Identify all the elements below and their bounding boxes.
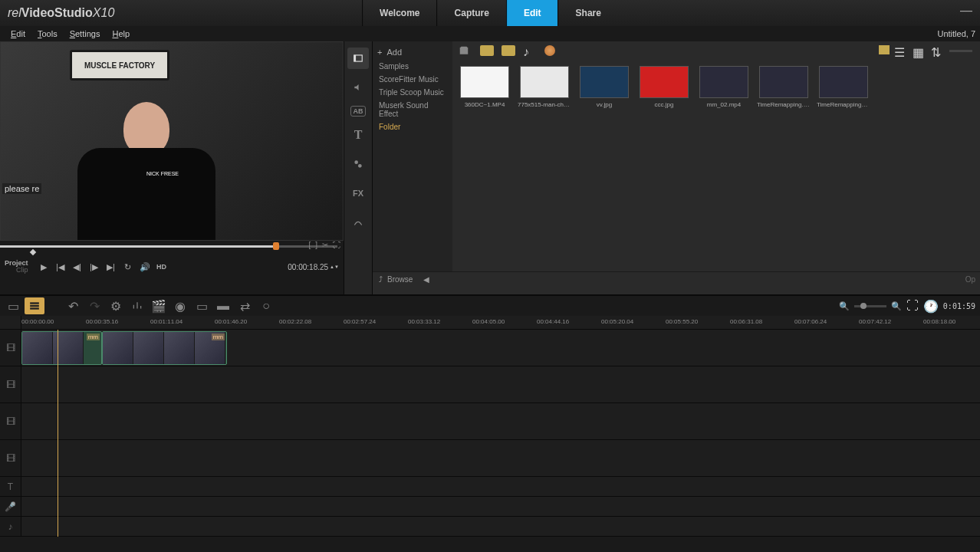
path-mode-button[interactable] — [347, 212, 369, 233]
preview-video[interactable]: MUSCLE FACTORY NICK FRESE please re — [0, 41, 344, 241]
loop-button[interactable]: ↻ — [120, 259, 136, 274]
tool4-button[interactable]: ◉ — [170, 297, 190, 314]
timeline-clip[interactable]: mm — [21, 331, 102, 365]
tool3-button[interactable]: 🎬 — [149, 297, 169, 314]
music-track-head[interactable]: ♪ — [0, 517, 21, 537]
end-button[interactable]: ▶| — [104, 259, 119, 274]
tool6-button[interactable]: ▬ — [213, 297, 233, 314]
preview-panel: MUSCLE FACTORY NICK FRESE please re [ ] … — [0, 41, 344, 294]
library-clip[interactable]: TimeRemapping.vsp — [759, 66, 808, 108]
library-clip[interactable]: TimeRemapping01.vsp — [819, 66, 868, 108]
scrub-handle[interactable] — [273, 242, 279, 250]
menu-settings[interactable]: Settings — [64, 28, 107, 40]
title-track[interactable] — [21, 477, 980, 497]
overlay-track[interactable] — [21, 366, 980, 403]
show-free-button[interactable] — [544, 45, 558, 56]
nav-item[interactable]: Folder — [373, 120, 452, 133]
minimize-button[interactable]: — — [960, 4, 972, 18]
transition-mode-button[interactable]: AB — [350, 106, 366, 117]
browse-button[interactable]: Browse — [387, 275, 413, 284]
mode-label[interactable]: Project Clip — [5, 260, 28, 274]
zoom-in-icon[interactable]: 🔍 — [891, 301, 902, 311]
nav-item[interactable]: Samples — [373, 60, 452, 73]
main-tab-capture[interactable]: Capture — [437, 0, 506, 26]
add-folder-button[interactable]: + Add — [373, 44, 452, 60]
media-mode-button[interactable] — [347, 48, 369, 69]
main-tab-edit[interactable]: Edit — [506, 0, 558, 26]
tool1-button[interactable]: ⚙ — [106, 297, 126, 314]
main-tab-share[interactable]: Share — [558, 0, 618, 26]
mixer-button[interactable] — [127, 297, 147, 314]
nav-item[interactable]: Muserk Sound Effect — [373, 99, 452, 120]
library-clip[interactable]: 360DC~1.MP4 — [460, 66, 509, 108]
overlay3-track-head[interactable]: 🎞 — [0, 440, 21, 477]
prev-frame-button[interactable]: ◀| — [70, 259, 85, 274]
main-tab-welcome[interactable]: Welcome — [362, 0, 436, 26]
volume-button[interactable]: 🔊 — [137, 259, 153, 274]
next-frame-button[interactable]: |▶ — [87, 259, 102, 274]
overlay2-track[interactable] — [21, 403, 980, 440]
sound-mode-button[interactable] — [347, 77, 369, 98]
nav-item[interactable]: Triple Scoop Music — [373, 86, 452, 99]
import-button[interactable] — [459, 45, 472, 56]
show-photo-button[interactable] — [502, 45, 515, 56]
thumb-size-slider[interactable] — [949, 50, 972, 52]
tool5-button[interactable]: ▭ — [192, 297, 212, 314]
timeline-clip[interactable]: mm — [102, 331, 227, 365]
hd-button[interactable]: HD — [154, 259, 169, 274]
timecode-display[interactable]: 00:00:18.25 ▲▼ — [288, 263, 339, 271]
options-button[interactable]: Op — [965, 275, 975, 284]
video-track-head[interactable]: 🎞 — [0, 330, 21, 366]
tool7-button[interactable]: ⇄ — [235, 297, 255, 314]
title-track-head[interactable]: T — [0, 477, 21, 497]
split-icon[interactable]: ✂ — [322, 241, 328, 249]
timeline-view-button[interactable] — [25, 297, 44, 314]
playhead[interactable] — [58, 330, 58, 537]
overlay2-track-head[interactable]: 🎞 — [0, 403, 21, 440]
expand-icon[interactable]: ⛶ — [333, 241, 340, 249]
voice-track-head[interactable]: 🎤 — [0, 497, 21, 517]
undo-button[interactable]: ↶ — [63, 297, 83, 314]
library-clip[interactable]: 775x515-man-chocki... — [520, 66, 569, 108]
svg-rect-5 — [30, 305, 39, 307]
preview-sign: MUSCLE FACTORY — [70, 50, 169, 80]
sort-button[interactable]: ⇅ — [931, 45, 945, 56]
menu-help[interactable]: Help — [106, 28, 136, 40]
video-track[interactable]: mmmm — [21, 330, 980, 366]
storyboard-view-button[interactable]: ▭ — [3, 297, 23, 314]
timeline-ruler[interactable]: 00:00:00.0000:00:35.1600:01:11.0400:01:4… — [0, 316, 980, 330]
library-clip[interactable]: mm_02.mp4 — [699, 66, 748, 108]
tool8-button[interactable]: ○ — [256, 297, 276, 314]
play-button[interactable]: ▶ — [36, 259, 51, 274]
library-clip[interactable]: ccc.jpg — [640, 66, 689, 108]
svg-point-3 — [358, 164, 362, 168]
title-mode-button[interactable]: T — [347, 124, 369, 146]
voice-track[interactable] — [21, 497, 980, 517]
music-track[interactable] — [21, 517, 980, 537]
menu-tools[interactable]: Tools — [31, 28, 64, 40]
graphic-mode-button[interactable] — [347, 153, 369, 175]
redo-button[interactable]: ↷ — [84, 297, 104, 314]
home-button[interactable]: |◀ — [53, 259, 68, 274]
library-panel: + Add SamplesScoreFitter MusicTriple Sco… — [373, 41, 980, 294]
fit-button[interactable]: ⛶ — [906, 299, 919, 313]
clock-icon: 🕐 — [923, 299, 939, 314]
fx-mode-button[interactable]: FX — [347, 182, 369, 204]
library-clip[interactable]: vv.jpg — [580, 66, 629, 108]
mark-out-icon[interactable]: ] — [315, 241, 317, 249]
menu-edit[interactable]: Edit — [5, 28, 31, 40]
back-icon[interactable]: ◀ — [423, 275, 429, 284]
view-grid-button[interactable]: ▦ — [913, 45, 926, 56]
mark-in-icon[interactable]: [ — [308, 241, 311, 249]
view-thumb-button[interactable] — [879, 45, 890, 54]
svg-rect-6 — [30, 307, 39, 309]
zoom-slider[interactable] — [854, 305, 886, 307]
scrub-bar[interactable]: [ ] ✂ ⛶ — [0, 241, 344, 255]
zoom-out-icon[interactable]: 🔍 — [839, 301, 850, 311]
show-video-button[interactable] — [480, 45, 494, 56]
nav-item[interactable]: ScoreFitter Music — [373, 73, 452, 86]
overlay-track-head[interactable]: 🎞 — [0, 366, 21, 403]
view-list-button[interactable]: ☰ — [894, 45, 908, 56]
show-audio-button[interactable]: ♪ — [523, 45, 537, 56]
overlay3-track[interactable] — [21, 440, 980, 477]
